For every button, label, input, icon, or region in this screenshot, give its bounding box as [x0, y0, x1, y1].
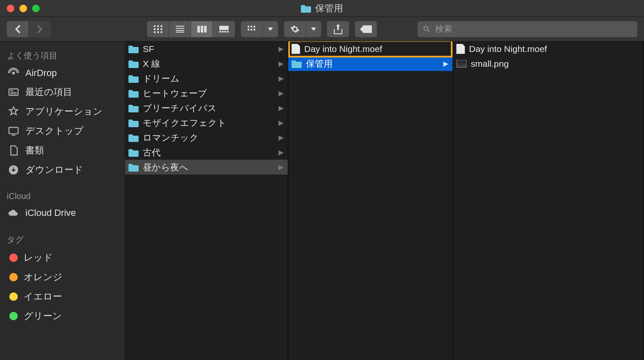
search-field[interactable]: [418, 21, 637, 37]
list-item-selected[interactable]: 保管用 ▶: [288, 56, 453, 71]
window-title: 保管用: [301, 2, 343, 15]
folder-icon: [128, 74, 139, 83]
item-label: small.png: [471, 59, 509, 69]
icon-view-button[interactable]: [147, 21, 169, 37]
chevron-right-icon: ▶: [278, 104, 284, 112]
sidebar-item-label: iCloud Drive: [25, 207, 76, 218]
item-label: ヒートウェーブ: [143, 87, 207, 99]
share-button[interactable]: [327, 21, 349, 37]
folder-icon: [128, 119, 139, 127]
tag-dot-icon: [9, 254, 18, 262]
close-window-button[interactable]: [7, 5, 14, 12]
svg-rect-19: [224, 31, 226, 33]
list-item[interactable]: ロマンチック ▶: [125, 130, 288, 145]
tag-dot-icon: [9, 273, 18, 281]
sidebar-section-tags: タグ: [0, 230, 125, 248]
svg-rect-16: [219, 26, 229, 30]
sidebar-item-icloud-drive[interactable]: iCloud Drive: [0, 204, 125, 222]
list-item[interactable]: ヒートウェーブ ▶: [125, 86, 288, 101]
svg-rect-29: [10, 90, 13, 91]
item-label: 保管用: [306, 58, 333, 70]
list-item[interactable]: ドリーム ▶: [125, 71, 288, 86]
sidebar-item-airdrop[interactable]: AirDrop: [0, 64, 125, 82]
search-icon: [423, 25, 431, 33]
downloads-icon: [8, 164, 19, 176]
list-item[interactable]: ブリーチバイパス ▶: [125, 101, 288, 115]
gallery-view-button[interactable]: [213, 21, 235, 37]
tag-dot-icon: [9, 292, 18, 301]
tag-dot-icon: [9, 312, 18, 320]
column-view-button[interactable]: [191, 21, 213, 37]
action-button[interactable]: [284, 21, 306, 37]
list-item-file[interactable]: Day into Night.moef: [453, 41, 644, 56]
item-label: 昼から夜へ: [143, 161, 188, 173]
list-item[interactable]: SF ▶: [125, 41, 288, 56]
folder-icon: [128, 163, 139, 172]
minimize-window-button[interactable]: [19, 5, 27, 12]
svg-rect-30: [10, 92, 16, 93]
sidebar-item-desktop[interactable]: デスクトップ: [0, 121, 125, 141]
list-item[interactable]: 古代 ▶: [125, 145, 288, 160]
tags-button[interactable]: [355, 21, 377, 37]
svg-rect-3: [154, 28, 156, 30]
list-item[interactable]: モザイクエフェクト ▶: [125, 115, 288, 130]
forward-button[interactable]: [29, 21, 51, 37]
image-thumb-icon: [456, 60, 467, 68]
sidebar-tag-red[interactable]: レッド: [0, 248, 125, 267]
column-2: Day into Night.moef 保管用 ▶: [288, 41, 453, 360]
arrange-button[interactable]: [241, 21, 263, 37]
back-button[interactable]: [7, 21, 29, 37]
sidebar-item-label: オレンジ: [24, 271, 63, 284]
sidebar-tag-yellow[interactable]: イエロー: [0, 287, 125, 306]
list-item-image[interactable]: small.png: [453, 56, 644, 71]
svg-rect-23: [254, 26, 255, 27]
svg-rect-25: [251, 29, 252, 30]
search-input[interactable]: [435, 24, 632, 34]
sidebar-item-label: AirDrop: [25, 68, 57, 79]
sidebar-item-label: レッド: [24, 251, 53, 264]
svg-rect-20: [227, 31, 229, 33]
folder-icon: [292, 60, 302, 68]
sidebar-item-documents[interactable]: 書類: [0, 141, 125, 160]
sidebar-item-recents[interactable]: 最近の項目: [0, 82, 125, 102]
svg-rect-1: [157, 25, 159, 27]
list-view-button[interactable]: [169, 21, 191, 37]
documents-icon: [8, 145, 19, 156]
sidebar: よく使う項目 AirDrop 最近の項目 アプリケーション デスクトップ 書類: [0, 41, 125, 360]
arrange-dropdown[interactable]: [263, 21, 278, 37]
svg-rect-22: [251, 26, 252, 27]
svg-rect-21: [248, 26, 249, 27]
svg-rect-14: [201, 26, 203, 33]
folder-icon: [128, 45, 139, 53]
sidebar-item-downloads[interactable]: ダウンロード: [0, 160, 125, 180]
toolbar: [0, 17, 644, 41]
folder-icon: [128, 60, 139, 68]
sidebar-section-favorites: よく使う項目: [0, 46, 125, 64]
item-label: SF: [143, 44, 154, 54]
item-label: ブリーチバイパス: [143, 102, 217, 114]
svg-rect-6: [154, 31, 156, 33]
svg-rect-31: [10, 93, 16, 94]
svg-rect-10: [176, 28, 184, 29]
sidebar-tag-orange[interactable]: オレンジ: [0, 267, 125, 287]
item-label: ロマンチック: [143, 132, 199, 144]
sidebar-section-icloud: iCloud: [0, 187, 125, 204]
chevron-right-icon: ▶: [278, 60, 284, 68]
chevron-right-icon: ▶: [278, 134, 284, 142]
folder-icon: [128, 148, 139, 157]
sidebar-item-label: イエロー: [24, 290, 62, 303]
applications-icon: [8, 106, 19, 117]
sidebar-item-applications[interactable]: アプリケーション: [0, 102, 125, 121]
list-item-file[interactable]: Day into Night.moef: [288, 41, 453, 56]
sidebar-tag-green[interactable]: グリーン: [0, 306, 125, 326]
list-item[interactable]: X 線 ▶: [125, 56, 288, 71]
fullscreen-window-button[interactable]: [32, 5, 40, 12]
item-label: ドリーム: [143, 73, 180, 85]
action-dropdown[interactable]: [306, 21, 321, 37]
sidebar-item-label: ダウンロード: [25, 164, 83, 176]
action-group: [284, 21, 321, 37]
recents-icon: [8, 86, 19, 98]
svg-rect-4: [157, 28, 159, 30]
nav-buttons: [7, 21, 51, 37]
list-item-selected[interactable]: 昼から夜へ ▶: [125, 160, 288, 175]
